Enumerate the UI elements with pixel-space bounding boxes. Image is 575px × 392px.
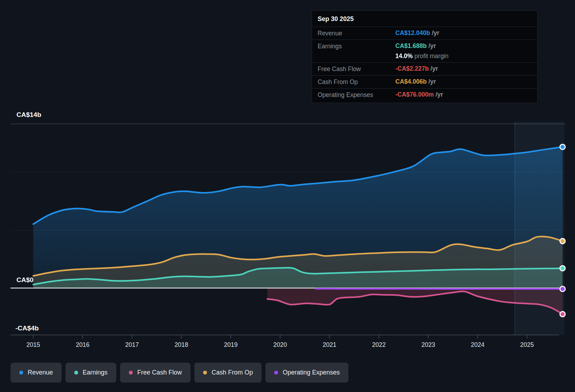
tooltip-profit-margin: 14.0% profit margin: [395, 52, 449, 60]
cash-from-op-endpoint-marker[interactable]: [560, 238, 565, 244]
tooltip-row-label: Earnings: [318, 42, 395, 50]
tooltip-row-revenue: RevenueCA$12.040b/yr: [312, 27, 537, 40]
tooltip-row-value: -CA$2.227b/yr: [395, 65, 438, 72]
legend-chip-label: Free Cash Flow: [137, 369, 182, 376]
legend-chip-label: Operating Expenses: [283, 369, 340, 376]
tooltip-row-value: CA$12.040b/yr: [395, 29, 439, 37]
tooltip-row-cash-from-op: Cash From OpCA$4.006b/yr: [312, 76, 537, 89]
y-axis-label--ca-4b: -CA$4b: [15, 324, 39, 332]
legend-chip-label: Revenue: [28, 369, 53, 376]
cash-from-op-legend-dot-icon: [203, 371, 207, 374]
tooltip-row-free-cash-flow: Free Cash Flow-CA$2.227b/yr: [312, 63, 537, 76]
operating-expenses-line[interactable]: [316, 289, 563, 289]
free-cash-flow-legend-dot-icon: [129, 371, 133, 374]
legend-chip-cash-from-op[interactable]: Cash From Op: [194, 363, 262, 383]
tooltip-date: Sep 30 2025: [312, 11, 537, 27]
free-cash-flow-endpoint-marker[interactable]: [560, 312, 565, 317]
x-axis-label-2017: 2017: [125, 341, 139, 348]
tooltip-row-operating-expenses: Operating Expenses-CA$76.000m/yr: [312, 89, 537, 101]
y-axis-label-ca-14b: CA$14b: [16, 111, 41, 118]
x-axis-label-2018: 2018: [175, 341, 188, 348]
earnings-legend-dot-icon: [74, 371, 78, 374]
x-axis-label-2023: 2023: [422, 341, 435, 348]
tooltip-row-value: -CA$76.000m/yr: [395, 91, 443, 98]
tooltip-row-label: Free Cash Flow: [318, 65, 395, 73]
chart-legend: RevenueEarningsFree Cash FlowCash From O…: [11, 363, 348, 383]
chart-tooltip: Sep 30 2025 RevenueCA$12.040b/yrEarnings…: [312, 10, 538, 103]
tooltip-row-value: CA$4.006b/yr: [395, 78, 436, 85]
operating-expenses-legend-dot-icon: [274, 371, 278, 374]
x-axis-label-2019: 2019: [224, 341, 238, 348]
tooltip-row-label: Operating Expenses: [318, 91, 395, 99]
tooltip-row-earnings: EarningsCA$1.688b/yr14.0% profit margin: [312, 40, 537, 63]
tooltip-row-label: Cash From Op: [318, 78, 395, 86]
operating-expenses-endpoint-marker[interactable]: [560, 286, 565, 292]
x-axis-label-2021: 2021: [323, 341, 337, 348]
x-axis-label-2024: 2024: [471, 341, 485, 348]
tooltip-row-label: Revenue: [318, 29, 395, 37]
revenue-legend-dot-icon: [19, 371, 23, 374]
x-axis-label-2020: 2020: [273, 341, 287, 348]
legend-chip-revenue[interactable]: Revenue: [11, 363, 62, 383]
x-axis-label-2015: 2015: [27, 341, 40, 348]
x-axis-label-2022: 2022: [372, 341, 386, 348]
x-axis-label-2025: 2025: [520, 341, 534, 348]
legend-chip-label: Earnings: [83, 369, 108, 376]
legend-chip-free-cash-flow[interactable]: Free Cash Flow: [120, 363, 190, 383]
revenue-endpoint-marker[interactable]: [560, 144, 565, 149]
y-axis-label-ca-0: CA$0: [16, 276, 34, 284]
tooltip-row-value: CA$1.688b/yr: [395, 42, 449, 50]
x-axis-label-2016: 2016: [76, 341, 90, 348]
legend-chip-operating-expenses[interactable]: Operating Expenses: [265, 363, 348, 383]
earnings-endpoint-marker[interactable]: [560, 266, 565, 271]
legend-chip-label: Cash From Op: [212, 369, 253, 376]
legend-chip-earnings[interactable]: Earnings: [65, 363, 116, 383]
